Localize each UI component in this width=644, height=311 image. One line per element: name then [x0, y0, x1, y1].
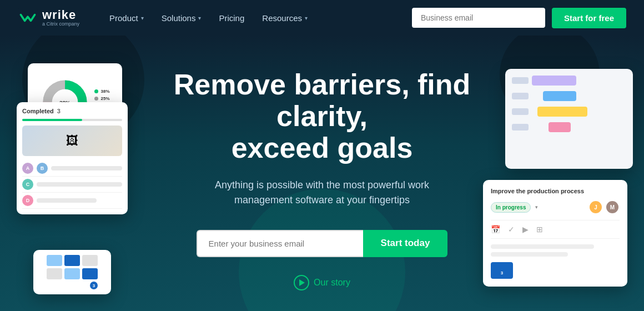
- task-image: 🖼: [22, 126, 122, 156]
- hero-email-form: Start today: [161, 230, 483, 257]
- production-status-row: In progress ▾ J M: [491, 200, 620, 214]
- content-line: [491, 244, 594, 249]
- logo-sub: a Citrix company: [42, 21, 79, 27]
- nav-links: Product ▾ Solutions ▾ Pricing Resources …: [102, 9, 412, 27]
- task-text-line: [37, 182, 122, 187]
- play-icon: [299, 279, 305, 286]
- gantt-bar-yellow: [537, 107, 587, 117]
- chevron-down-icon: ▾: [535, 204, 538, 210]
- navbar: wrike a Citrix company Product ▾ Solutio…: [0, 0, 644, 36]
- badge: 3: [90, 282, 98, 289]
- calendar-icon: 📅: [491, 225, 500, 234]
- grid-cell: [64, 268, 80, 279]
- grid-cell: [82, 268, 98, 279]
- task-row-1: A B: [22, 160, 122, 177]
- task-row-3: D: [22, 193, 122, 209]
- avatar: M: [605, 200, 620, 214]
- task-row-2: C: [22, 177, 122, 193]
- grid-cell: [47, 255, 62, 266]
- production-avatars: J M: [588, 200, 620, 214]
- avatar: A: [22, 163, 33, 174]
- chevron-down-icon: ▾: [141, 15, 144, 21]
- gantt-bar-purple: [532, 76, 576, 86]
- nav-item-pricing[interactable]: Pricing: [211, 9, 252, 27]
- grid-cell: [64, 255, 80, 266]
- chevron-down-icon: ▾: [305, 15, 308, 21]
- avatar: D: [22, 195, 33, 206]
- content-line: [491, 252, 568, 257]
- nav-email-input[interactable]: [412, 8, 545, 28]
- grid-bottom-card: 3: [33, 250, 111, 294]
- start-today-button[interactable]: Start today: [363, 230, 448, 257]
- logo[interactable]: wrike a Citrix company: [18, 8, 79, 28]
- nav-item-product[interactable]: Product ▾: [102, 9, 152, 27]
- hero-subtitle: Anything is possible with the most power…: [205, 178, 439, 208]
- grid-visualization: [47, 255, 98, 279]
- our-story-link[interactable]: Our story: [161, 275, 483, 290]
- hero-section: 38% 38% 25% 12% 25%: [0, 36, 644, 311]
- completed-label: Completed: [22, 108, 54, 114]
- grid-widget: 3: [491, 262, 513, 279]
- grid-cell: [82, 255, 98, 266]
- play-circle-icon: [294, 275, 309, 290]
- gantt-label: [512, 93, 529, 99]
- avatar: J: [588, 200, 603, 214]
- start-for-free-button[interactable]: Start for free: [552, 8, 626, 28]
- production-card: Improve the production process In progre…: [483, 180, 627, 287]
- check-icon: ✓: [508, 225, 515, 234]
- nav-item-solutions[interactable]: Solutions ▾: [154, 9, 209, 27]
- status-badge[interactable]: In progress: [491, 202, 531, 213]
- avatar: B: [37, 163, 48, 174]
- logo-name: wrike: [42, 9, 79, 21]
- production-icons-row: 📅 ✓ ▶ ⊞: [491, 220, 620, 239]
- task-text-line: [37, 198, 97, 203]
- gantt-label: [512, 124, 529, 131]
- nav-item-resources[interactable]: Resources ▾: [254, 9, 315, 27]
- grid-icon: ⊞: [536, 225, 543, 234]
- task-text-line: [51, 166, 122, 170]
- nav-right: Start for free: [412, 8, 626, 28]
- gantt-label: [512, 77, 529, 84]
- play-icon: ▶: [522, 225, 529, 234]
- grid-cell: [47, 268, 62, 279]
- gantt-card: [505, 69, 633, 169]
- completed-count: 3: [57, 108, 61, 114]
- production-title: Improve the production process: [491, 188, 620, 194]
- hero-title: Remove barriers, find clarity, exceed go…: [161, 69, 483, 164]
- chevron-down-icon: ▾: [198, 15, 201, 21]
- hero-content: Remove barriers, find clarity, exceed go…: [150, 69, 494, 290]
- progress-bar-fill: [22, 119, 82, 121]
- gantt-bar-pink: [549, 122, 571, 132]
- avatar: C: [22, 179, 33, 190]
- badge: 3: [498, 269, 506, 277]
- gantt-label: [512, 108, 529, 115]
- hero-email-input[interactable]: [197, 230, 363, 257]
- production-content: [491, 244, 620, 257]
- completed-card: Completed 3 🖼 A B C D: [17, 102, 128, 214]
- gantt-bar-blue: [543, 91, 576, 101]
